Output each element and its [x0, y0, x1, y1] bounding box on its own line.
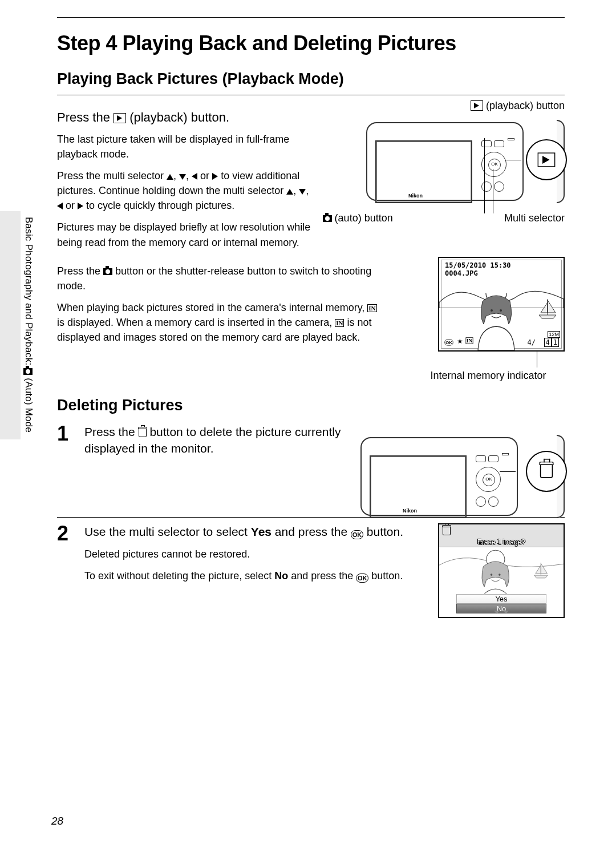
left-arrow-icon: [192, 173, 197, 180]
playback-icon: [114, 113, 126, 123]
sidebar-label-suffix: (Auto) Mode: [23, 375, 34, 433]
playback-datetime: 15/05/2010 15:30: [445, 261, 511, 269]
section-playback-title: Playing Back Pictures (Playback Mode): [57, 70, 565, 95]
camera-btn-bottom-right: [494, 181, 504, 192]
step-number-2: 2: [57, 523, 74, 544]
playback-icon: [471, 100, 483, 111]
leader-line: [505, 160, 521, 160]
playback-icon: [538, 152, 556, 167]
top-rule: [57, 17, 565, 18]
internal-memory-icon: IN: [335, 319, 344, 327]
sidebar-section-label: Basic Photography and Playback: (Auto) M…: [23, 217, 34, 433]
internal-memory-icon: IN: [465, 337, 473, 344]
internal-memory-icon: IN: [367, 304, 376, 312]
leader-line: [537, 352, 537, 368]
section-deleting-title: Deleting Pictures: [57, 397, 565, 414]
svg-point-1: [500, 309, 502, 312]
sailboat-illustration: [536, 298, 559, 321]
down-arrows-icon: [456, 610, 546, 613]
right-arrow-icon: [212, 173, 218, 180]
playback-bottom-icons: OK ★ IN: [443, 337, 474, 347]
camera-btn-top-left: [481, 140, 492, 147]
leader-line: [500, 471, 516, 472]
camera-btn-bottom-left: [481, 181, 492, 192]
erase-question-text: Erase 1 image?: [439, 538, 564, 546]
playback-filename: 0004.JPG: [445, 269, 478, 277]
camera-dpad: [476, 467, 501, 492]
delete-step-2-text: Use the multi selector to select Yes and…: [84, 523, 418, 584]
up-arrow-icon: [286, 189, 293, 195]
camera-btn-top-right: [494, 140, 504, 147]
erase-options: Yes No: [456, 594, 546, 613]
camera-dpad: [481, 152, 506, 177]
camera-back-diagram: Nikon: [365, 112, 565, 209]
down-arrow-icon: [179, 174, 186, 180]
nikon-logo: Nikon: [408, 193, 423, 199]
camera-back-diagram-delete: Nikon: [359, 427, 565, 512]
sidebar-label-prefix: Basic Photography and Playback:: [23, 217, 34, 368]
exit-without-delete: To exit without deleting the picture, se…: [84, 568, 418, 583]
instr1-prefix: Press the: [57, 110, 114, 124]
delete-button-detail: [526, 451, 567, 492]
para-multi-selector-view: Press the multi selector , , or to view …: [57, 168, 311, 213]
right-arrow-icon: [78, 203, 83, 209]
step-divider: [57, 517, 565, 518]
leader-line: [493, 169, 493, 213]
playback-image-count: 4/ 41: [528, 338, 559, 347]
camera-body: Nikon: [366, 122, 524, 201]
sidebar-tab: [0, 211, 21, 439]
para-last-picture: The last picture taken will be displayed…: [57, 132, 311, 161]
auto-button-callout: (auto) button: [323, 212, 393, 224]
camera-icon: [323, 215, 332, 222]
delete-step-1-text: Press the button to delete the picture c…: [84, 423, 349, 457]
svg-point-0: [491, 309, 493, 312]
step-title: Step 4 Playing Back and Deleting Picture…: [57, 31, 565, 55]
para-switch-to-shooting: Press the button or the shutter-release …: [57, 264, 385, 293]
down-arrow-icon: [299, 189, 306, 195]
camera-icon: [103, 268, 112, 275]
svg-point-3: [499, 574, 501, 576]
page-number: 28: [51, 815, 63, 827]
ok-icon: OK: [356, 574, 368, 583]
left-arrow-icon: [57, 203, 63, 209]
erase-confirmation-dialog: Erase 1 image?: [438, 523, 565, 618]
internal-memory-callout: Internal memory indicator: [431, 370, 565, 382]
para-low-resolution: Pictures may be displayed briefly at low…: [57, 220, 311, 249]
playback-resolution-badge: 12M: [548, 331, 560, 338]
person-illustration: [471, 293, 521, 350]
trash-icon: [139, 429, 147, 437]
playback-button-callout: (playback) button: [323, 100, 565, 112]
step-number-1: 1: [57, 423, 74, 444]
press-playback-instruction: Press the (playback) button.: [57, 110, 311, 125]
erase-option-yes[interactable]: Yes: [456, 594, 546, 604]
up-arrow-icon: [167, 174, 173, 180]
leader-line: [484, 138, 485, 213]
playback-screen-example: 15/05/2010 15:30 0004.JPG: [438, 257, 565, 352]
deleted-cannot-restore: Deleted pictures cannot be restored.: [84, 547, 418, 562]
trash-icon: [443, 527, 451, 535]
trash-icon: [540, 465, 553, 478]
ok-icon: OK: [351, 530, 363, 539]
para-internal-memory: When playing back pictures stored in the…: [57, 300, 385, 345]
nikon-logo: Nikon: [403, 508, 417, 514]
playback-button-detail: [526, 139, 567, 180]
camera-icon: [23, 368, 33, 375]
ok-icon: OK: [444, 339, 453, 345]
instr1-suffix: (playback) button.: [126, 110, 229, 124]
multi-selector-callout: Multi selector: [504, 212, 565, 224]
svg-point-2: [491, 574, 493, 576]
